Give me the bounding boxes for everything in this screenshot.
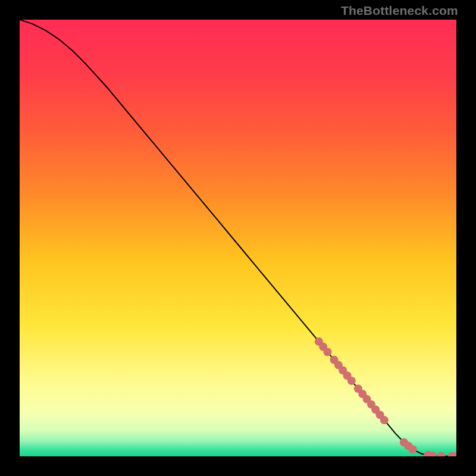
watermark-text: TheBottleneck.com [341, 4, 458, 18]
gradient-background [20, 20, 456, 456]
marker-dot [409, 445, 417, 453]
marker-dot [380, 416, 389, 424]
marker-dot [347, 377, 356, 385]
marker-dot [323, 348, 331, 356]
chart-svg [20, 20, 456, 456]
plot-area [20, 20, 456, 456]
chart-frame: TheBottleneck.com [0, 0, 476, 476]
